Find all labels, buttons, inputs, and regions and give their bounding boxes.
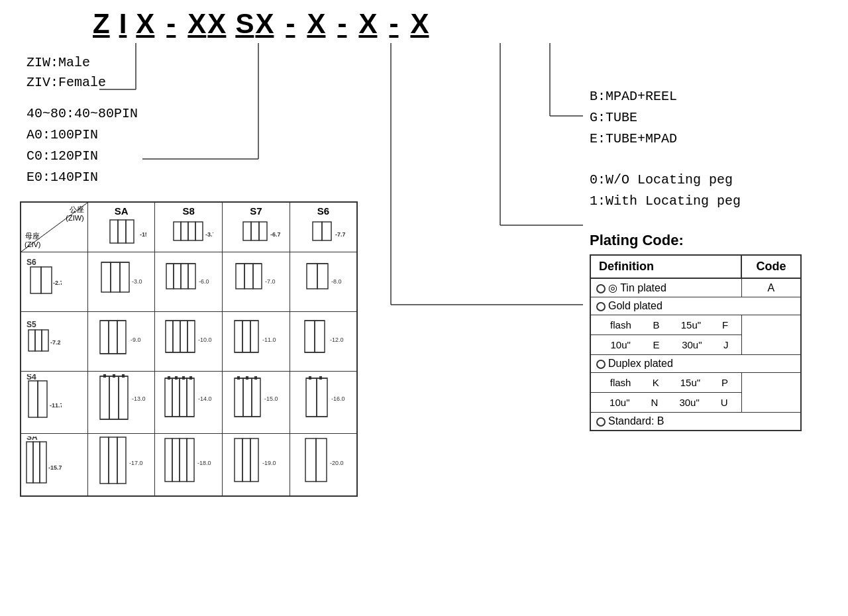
locating-info: 0:W/O Locating peg 1:With Locating peg <box>590 170 835 212</box>
col-header-s7: S7 -6.7 <box>223 202 290 252</box>
svg-rect-25 <box>166 264 174 289</box>
svg-text:-6.7: -6.7 <box>270 231 281 238</box>
svg-rect-88 <box>168 376 170 380</box>
s6-row-icon: S6 -2.7 <box>25 257 62 307</box>
locating-0: 0:W/O Locating peg <box>590 170 835 191</box>
svg-rect-110 <box>33 442 40 483</box>
col-header-s6: S6 -7.7 <box>290 202 357 252</box>
svg-rect-123 <box>235 438 242 482</box>
tin-plated-text: ◎ Tin plated <box>608 282 666 293</box>
gold-plated-text: Gold plated <box>608 300 662 311</box>
svg-text:-3.7: -3.7 <box>205 231 213 238</box>
svg-rect-78 <box>103 374 106 378</box>
svg-text:-12.0: -12.0 <box>330 336 344 343</box>
code-x4: X <box>307 10 325 38</box>
code-s: S <box>235 10 254 38</box>
svg-rect-5 <box>181 222 188 240</box>
svg-rect-102 <box>306 378 317 417</box>
svg-text:-11.0: -11.0 <box>262 336 276 343</box>
svg-rect-128 <box>316 438 327 482</box>
connector-s6-s7: -7.0 <box>229 256 282 305</box>
svg-rect-51 <box>166 321 173 352</box>
connector-s5-s6: -12.0 <box>297 315 350 365</box>
svg-text:-18.0: -18.0 <box>197 460 211 466</box>
plating-table: Definition Code ◎ Tin plated A <box>590 254 802 431</box>
svg-text:-8.0: -8.0 <box>331 278 342 285</box>
connector-s6-s6: -8.0 <box>297 256 350 305</box>
svg-rect-70 <box>38 381 47 417</box>
svg-rect-107 <box>319 376 322 380</box>
svg-rect-26 <box>174 264 181 289</box>
cell-s4-s8: -14.0 <box>155 372 223 434</box>
plating-title: Plating Code: <box>590 232 835 249</box>
code-x5: X <box>358 10 377 38</box>
gold-plated-span: Gold plated <box>590 297 801 315</box>
col-header-definition: Definition <box>590 255 741 278</box>
connector-table: 公座(ZIW) 母座(ZIV) SA -15.7 <box>20 201 358 497</box>
svg-rect-9 <box>243 222 251 240</box>
cell-s6-s7: -7.0 <box>223 252 290 312</box>
cell-s4-sa: -13.0 <box>87 372 155 434</box>
svg-rect-91 <box>189 376 192 380</box>
svg-rect-2 <box>126 220 134 243</box>
svg-rect-83 <box>172 378 180 417</box>
svg-rect-90 <box>182 376 185 380</box>
svg-rect-40 <box>28 330 35 351</box>
plating-section: Plating Code: Definition Code ◎ Tin plat… <box>590 232 835 431</box>
svg-text:-3.0: -3.0 <box>132 278 142 285</box>
code-i: I <box>119 10 127 38</box>
svg-text:-17.0: -17.0 <box>129 460 143 466</box>
diag-bottom-text: 母座(ZIV) <box>25 232 40 249</box>
code-z: Z <box>93 10 110 38</box>
connector-s5-sa: -9.0 <box>95 315 148 365</box>
svg-rect-22 <box>120 262 129 292</box>
standard-bullet <box>596 417 606 427</box>
svg-rect-54 <box>187 321 195 352</box>
svg-text:-15.7: -15.7 <box>140 231 146 238</box>
code-x3: X <box>255 10 274 38</box>
svg-rect-14 <box>322 222 331 240</box>
svg-rect-20 <box>101 262 111 292</box>
svg-text:-2.7: -2.7 <box>53 280 62 286</box>
connector-sa-sa: -17.0 <box>95 435 148 491</box>
gold-10u-def: 10u" E 30u" J <box>590 335 741 355</box>
svg-rect-94 <box>243 378 252 417</box>
svg-rect-84 <box>180 378 187 417</box>
connector-s4-s7: -15.0 <box>229 373 282 429</box>
standard-text: Standard: B <box>608 415 664 427</box>
packaging-info: B:MPAD+REEL G:TUBE E:TUBE+MPAD <box>590 86 835 150</box>
sa-header-svg: -15.7 <box>97 217 146 248</box>
svg-rect-121 <box>187 438 194 482</box>
svg-rect-47 <box>117 321 126 354</box>
cell-s5-s6: -12.0 <box>290 312 357 372</box>
svg-rect-45 <box>100 321 109 354</box>
svg-rect-31 <box>236 264 244 289</box>
sa-row-icon: SA -15.7 <box>25 436 62 493</box>
svg-text:-16.0: -16.0 <box>331 395 345 402</box>
part-number-display: Z I X - X X S X - X - X - X <box>93 10 429 38</box>
svg-rect-32 <box>244 264 253 289</box>
svg-rect-16 <box>30 267 41 293</box>
code-x1: X <box>136 10 154 38</box>
pin-label-c0: C0:120PIN <box>26 146 371 167</box>
type-label-female: ZIV:Female <box>26 73 371 93</box>
s5-row-icon: S5 -7.2 <box>25 317 62 366</box>
left-section: ZIW:Male ZIV:Female 40~80:40~80PIN A0:10… <box>20 53 371 497</box>
plating-row-duplex-header: Duplex plated <box>590 355 801 373</box>
connector-s5-s7: -11.0 <box>229 315 282 365</box>
svg-rect-59 <box>242 321 250 352</box>
code-dash3: - <box>335 10 349 38</box>
pin-label-a0: A0:100PIN <box>26 125 371 146</box>
cell-sa-s8: -18.0 <box>155 434 223 497</box>
s7-header-svg: -6.7 <box>231 217 281 248</box>
cell-sa-sa: -17.0 <box>87 434 155 497</box>
plating-row-tin: ◎ Tin plated A <box>590 278 801 297</box>
packaging-e: E:TUBE+MPAD <box>590 128 835 150</box>
connector-sa-s8: -18.0 <box>162 435 215 491</box>
tin-plated-code: A <box>741 278 801 297</box>
cell-s4-s7: -15.0 <box>223 372 290 434</box>
row-label-s5: S5 -7.2 <box>21 312 87 372</box>
packaging-g: G:TUBE <box>590 107 835 128</box>
svg-rect-85 <box>187 378 194 417</box>
svg-rect-124 <box>242 438 250 482</box>
